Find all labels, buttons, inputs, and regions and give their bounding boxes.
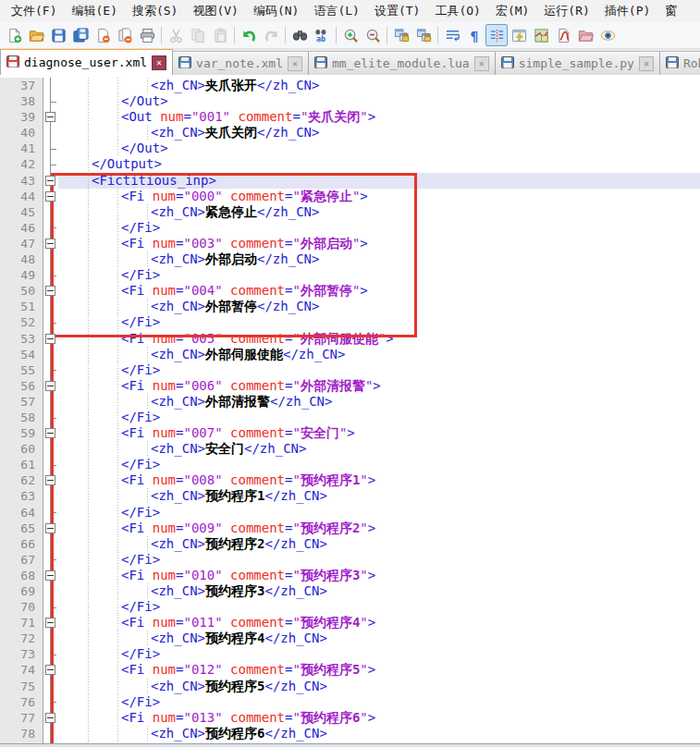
folder-as-workspace-icon[interactable]: [574, 24, 596, 46]
fold-collapse-marker[interactable]: [43, 662, 58, 678]
code-text[interactable]: </Out>: [58, 141, 700, 156]
code-text[interactable]: </Fi>: [58, 505, 700, 520]
code-line[interactable]: 58</Fi>: [0, 410, 700, 425]
code-line[interactable]: 51<zh_CN>外部暂停</zh_CN>: [0, 299, 700, 314]
code-text[interactable]: </Output>: [58, 156, 700, 172]
code-text[interactable]: <zh_CN>夹爪关闭</zh_CN>: [58, 125, 700, 141]
show-indent-guide-icon[interactable]: [485, 24, 508, 46]
menu-item-view[interactable]: 视图(V): [185, 1, 245, 21]
document-map-icon[interactable]: [530, 24, 552, 46]
menu-item-encoding[interactable]: 编码(N): [246, 1, 306, 21]
close-all-icon[interactable]: [114, 24, 136, 46]
fold-collapse-marker[interactable]: [43, 568, 58, 583]
code-text[interactable]: <Fictitious_inp>: [58, 173, 700, 189]
tab-var-note-xml[interactable]: var_note.xml✕: [173, 51, 309, 75]
fold-collapse-marker[interactable]: [43, 710, 58, 726]
zoom-out-icon[interactable]: [362, 24, 384, 46]
code-text[interactable]: <zh_CN>外部启动</zh_CN>: [58, 251, 700, 267]
undo-icon[interactable]: [238, 24, 260, 46]
code-text[interactable]: </Fi>: [58, 457, 700, 472]
fold-collapse-marker[interactable]: [43, 425, 58, 441]
code-text[interactable]: </Fi>: [58, 410, 700, 425]
code-line[interactable]: 52</Fi>: [0, 314, 700, 330]
close-icon[interactable]: [92, 24, 114, 46]
sync-vertical-scroll-icon[interactable]: [390, 24, 412, 46]
redo-icon[interactable]: [260, 24, 282, 46]
tab-simple-sample-py[interactable]: simple_sample.py✕: [496, 51, 660, 75]
code-line[interactable]: 74<Fi num="012" comment="预约程序5">: [0, 662, 700, 678]
code-text[interactable]: </Out>: [58, 93, 700, 109]
fold-collapse-marker[interactable]: [43, 189, 58, 204]
code-text[interactable]: <Fi num="003" comment="外部启动">: [58, 236, 700, 251]
code-line[interactable]: 77<Fi num="013" comment="预约程序6">: [0, 710, 700, 726]
code-text[interactable]: <zh_CN>外部清报警</zh_CN>: [58, 394, 700, 410]
code-line[interactable]: 40<zh_CN>夹爪关闭</zh_CN>: [0, 125, 700, 141]
code-line[interactable]: 46</Fi>: [0, 220, 700, 236]
sync-horizontal-scroll-icon[interactable]: [412, 24, 435, 46]
find-icon[interactable]: [289, 24, 311, 46]
code-line[interactable]: 67</Fi>: [0, 552, 700, 568]
code-text[interactable]: <Fi num="006" comment="外部清报警">: [58, 378, 700, 394]
code-line[interactable]: 68<Fi num="010" comment="预约程序3">: [0, 568, 700, 583]
code-line[interactable]: 44<Fi num="000" comment="紧急停止">: [0, 189, 700, 204]
code-line[interactable]: 76</Fi>: [0, 694, 700, 710]
code-line[interactable]: 73</Fi>: [0, 646, 700, 662]
code-line[interactable]: 64</Fi>: [0, 505, 700, 520]
code-line[interactable]: 37<zh_CN>夹爪张开</zh_CN>: [0, 78, 700, 93]
replace-icon[interactable]: ab: [311, 24, 333, 46]
code-text[interactable]: <zh_CN>预约程序6</zh_CN>: [58, 726, 700, 741]
save-all-icon[interactable]: [69, 24, 92, 46]
code-line[interactable]: 65<Fi num="009" comment="预约程序2">: [0, 520, 700, 536]
save-icon[interactable]: [47, 24, 69, 46]
preview-eye-icon[interactable]: [596, 24, 619, 46]
tab-close-icon[interactable]: ✕: [288, 56, 302, 71]
fold-collapse-marker[interactable]: [43, 378, 58, 394]
paste-icon[interactable]: [209, 24, 231, 46]
menu-item-tools[interactable]: 工具(O): [427, 1, 487, 21]
code-text[interactable]: <Fi num="011" comment="预约程序4">: [58, 615, 700, 631]
code-line[interactable]: 78<zh_CN>预约程序6</zh_CN>: [0, 726, 700, 741]
code-text[interactable]: <zh_CN>外部暂停</zh_CN>: [58, 299, 700, 314]
code-line[interactable]: 54<zh_CN>外部伺服使能</zh_CN>: [0, 347, 700, 362]
fold-collapse-marker[interactable]: [43, 520, 58, 536]
code-text[interactable]: </Fi>: [58, 646, 700, 662]
menu-item-file[interactable]: 文件(F): [4, 1, 64, 21]
code-line[interactable]: 41</Out>: [0, 141, 700, 156]
fold-collapse-marker[interactable]: [43, 236, 58, 251]
menu-item-run[interactable]: 运行(R): [536, 1, 596, 21]
code-text[interactable]: <Fi num="010" comment="预约程序3">: [58, 568, 700, 583]
tab-mm-elite-module-lua[interactable]: mm_elite_module.lua✕: [309, 51, 496, 75]
code-text[interactable]: <Fi num="005" comment="外部伺服使能">: [58, 331, 700, 347]
code-text[interactable]: </Fi>: [58, 694, 700, 710]
code-line[interactable]: 47<Fi num="003" comment="外部启动">: [0, 236, 700, 251]
code-line[interactable]: 66<zh_CN>预约程序2</zh_CN>: [0, 536, 700, 552]
code-text[interactable]: <Fi num="012" comment="预约程序5">: [58, 662, 700, 678]
code-line[interactable]: 75<zh_CN>预约程序5</zh_CN>: [0, 679, 700, 694]
code-line[interactable]: 39<Out num="001" comment="夹爪关闭">: [0, 109, 700, 125]
print-icon[interactable]: [136, 24, 158, 46]
code-line[interactable]: 43<Fictitious_inp>: [0, 173, 700, 189]
code-line[interactable]: 38</Out>: [0, 93, 700, 109]
code-line[interactable]: 48<zh_CN>外部启动</zh_CN>: [0, 251, 700, 267]
code-text[interactable]: <Fi num="009" comment="预约程序2">: [58, 520, 700, 536]
code-text[interactable]: <zh_CN>安全门</zh_CN>: [58, 441, 700, 457]
code-line[interactable]: 45<zh_CN>紧急停止</zh_CN>: [0, 204, 700, 220]
tab-close-icon[interactable]: ✕: [474, 56, 489, 71]
code-line[interactable]: 57<zh_CN>外部清报警</zh_CN>: [0, 394, 700, 410]
code-line[interactable]: 42</Output>: [0, 156, 700, 172]
fold-collapse-marker[interactable]: [43, 331, 58, 347]
code-line[interactable]: 56<Fi num="006" comment="外部清报警">: [0, 378, 700, 394]
code-text[interactable]: <Fi num="000" comment="紧急停止">: [58, 189, 700, 204]
zoom-in-icon[interactable]: [339, 24, 362, 46]
fold-collapse-marker[interactable]: [43, 109, 58, 125]
menu-item-edit[interactable]: 编辑(E): [64, 1, 124, 21]
menu-item-window[interactable]: 窗: [657, 1, 684, 21]
cut-icon[interactable]: [165, 24, 187, 46]
code-text[interactable]: <zh_CN>紧急停止</zh_CN>: [58, 204, 700, 220]
code-text[interactable]: </Fi>: [58, 552, 700, 568]
code-text[interactable]: <zh_CN>预约程序3</zh_CN>: [58, 583, 700, 599]
code-line[interactable]: 62<Fi num="008" comment="预约程序1">: [0, 472, 700, 488]
code-text[interactable]: </Fi>: [58, 314, 700, 330]
code-line[interactable]: 60<zh_CN>安全门</zh_CN>: [0, 441, 700, 457]
code-text[interactable]: <Fi num="013" comment="预约程序6">: [58, 710, 700, 726]
